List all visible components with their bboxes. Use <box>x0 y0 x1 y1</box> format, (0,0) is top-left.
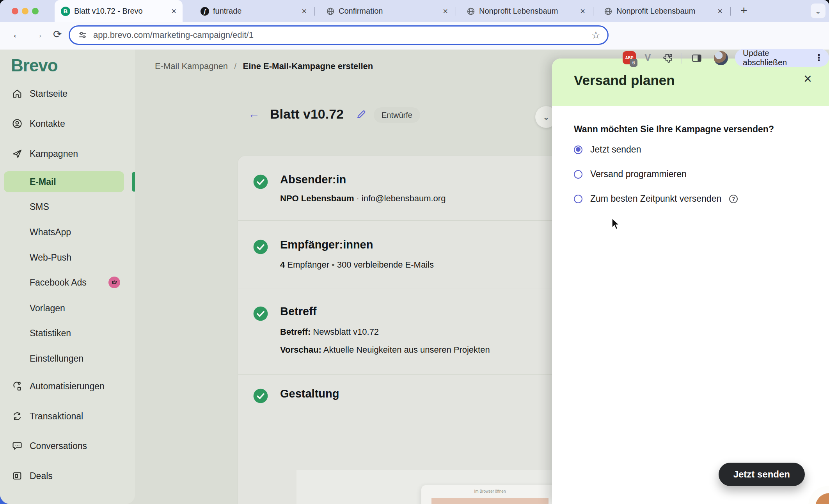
url-text[interactable]: app.brevo.com/marketing-campaign/edit/1 <box>93 30 254 40</box>
extensions-puzzle-icon[interactable] <box>662 53 673 64</box>
sidebar-item-kampagnen[interactable]: Kampagnen <box>0 145 135 163</box>
sidebar-item-transaktional[interactable]: Transaktional <box>0 407 135 425</box>
sidebar-item-label: Startseite <box>30 89 67 99</box>
forward-icon[interactable]: → <box>33 29 43 40</box>
bookmark-star-icon[interactable]: ☆ <box>591 29 600 41</box>
tab-close-icon[interactable]: × <box>443 7 448 16</box>
radio-icon[interactable] <box>574 195 582 203</box>
contacts-icon <box>12 118 23 129</box>
sidebar-item-statistiken[interactable]: Statistiken <box>0 324 135 342</box>
step-title-absender: Absender:in <box>280 173 346 186</box>
crown-icon <box>111 279 117 286</box>
sidebar-item-vorlagen[interactable]: Vorlagen <box>0 299 135 317</box>
new-tab-button[interactable]: + <box>740 5 747 16</box>
active-item-accent-bar <box>132 172 135 192</box>
sidebar-item-label: Kampagnen <box>30 149 78 159</box>
tab-close-icon[interactable]: × <box>717 7 722 16</box>
sidebar-item-automatisierungen[interactable]: Automatisierungen <box>0 377 135 395</box>
sidebar-item-label: Facebook Ads <box>30 277 87 288</box>
campaigns-send-icon <box>12 148 23 159</box>
option-label: Jetzt senden <box>590 144 641 155</box>
window-zoom-button[interactable] <box>32 8 39 14</box>
breadcrumb-parent[interactable]: E-Mail Kampagnen <box>155 61 228 71</box>
tab-funtrade[interactable]: ʄ funtrade × <box>195 0 312 22</box>
tab-separator <box>456 7 456 16</box>
v-extension-icon[interactable]: V <box>644 52 651 63</box>
globe-icon <box>604 7 612 16</box>
tab-title: Blatt v10.72 - Brevo <box>74 7 167 16</box>
sidebar-item-label: Statistiken <box>30 328 71 339</box>
browser-menu-icon[interactable]: ⋮ <box>814 52 824 63</box>
sidebar-item-label: Conversations <box>30 441 87 451</box>
automation-icon <box>12 381 23 392</box>
edit-title-pencil-icon[interactable] <box>356 109 367 120</box>
back-to-campaigns-icon[interactable]: ← <box>248 108 260 120</box>
send-now-button[interactable]: Jetzt senden <box>719 463 805 486</box>
breadcrumb-current: Eine E-Mail-Kampagne erstellen <box>243 61 373 71</box>
step-complete-check-icon <box>253 306 268 321</box>
sidebar-item-deals[interactable]: Deals <box>0 467 135 485</box>
option-schedule[interactable]: Versand programmieren <box>574 169 687 179</box>
drawer-title: Versand planen <box>574 73 675 88</box>
status-badge: Entwürfe <box>374 107 420 123</box>
transactional-loop-icon <box>12 411 23 422</box>
window-minimize-button[interactable] <box>22 8 28 14</box>
update-button-label: Update abschließen <box>743 48 809 67</box>
sidebar-item-einstellungen[interactable]: Einstellungen <box>0 350 135 367</box>
sidebar-item-label: Vorlagen <box>30 303 65 314</box>
sidebar-item-email[interactable]: E-Mail <box>4 171 124 192</box>
sidebar-item-kontakte[interactable]: Kontakte <box>0 115 135 133</box>
dot-separator: · <box>354 193 361 203</box>
update-browser-button[interactable]: Update abschließen ⋮ <box>735 49 829 67</box>
mouse-cursor <box>611 218 621 230</box>
sidebar-item-facebook-ads[interactable]: Facebook Ads <box>0 273 135 291</box>
tab-title: Nonprofit Lebensbaum <box>616 7 714 16</box>
subject-line: Betreff: Newsblatt v10.72 <box>280 327 379 337</box>
option-label: Versand programmieren <box>590 169 687 179</box>
adblock-counter-badge: 6 <box>630 59 637 67</box>
home-icon <box>12 88 23 99</box>
tab-brevo[interactable]: B Blatt v10.72 - Brevo × <box>55 0 183 22</box>
option-best-time[interactable]: Zum besten Zeitpunkt versenden ? <box>574 193 738 204</box>
window-close-button[interactable] <box>12 8 18 14</box>
step-complete-check-icon <box>253 174 268 190</box>
reload-icon[interactable]: ⟳ <box>53 29 62 40</box>
step-title-betreff: Betreff <box>280 305 316 318</box>
sidebar-item-whatsapp[interactable]: WhatsApp <box>0 223 135 241</box>
tab-close-icon[interactable]: × <box>302 7 307 16</box>
url-bar[interactable]: app.brevo.com/marketing-campaign/edit/1 … <box>69 25 609 45</box>
back-icon[interactable]: ← <box>12 29 22 40</box>
newsletter-header-block: Newsblatt v10.72 Neuigkeiten | Projekte <box>431 498 549 504</box>
sidebar-item-label: WhatsApp <box>30 227 71 238</box>
profile-avatar[interactable] <box>714 51 728 65</box>
subject-value: Newsblatt v10.72 <box>311 327 379 337</box>
sidebar-item-sms[interactable]: SMS <box>0 198 135 216</box>
sidebar: Brevo Startseite Kontakte Kampagnen E-Ma… <box>0 50 135 504</box>
tab-nonprofit-1[interactable]: Nonprofit Lebensbaum × <box>461 0 591 22</box>
tab-title: funtrade <box>213 7 298 16</box>
help-icon[interactable]: ? <box>729 195 738 203</box>
schedule-drawer: Versand planen × Wann möchten Sie Ihre K… <box>552 59 829 504</box>
radio-selected-icon[interactable] <box>574 146 582 154</box>
sidebar-item-label: Transaktional <box>30 411 83 422</box>
recipient-count-label: Empfänger <box>285 260 329 270</box>
option-send-now[interactable]: Jetzt senden <box>574 144 641 155</box>
tab-confirmation[interactable]: Confirmation × <box>321 0 453 22</box>
tab-search-chevron-icon[interactable]: ⌄ <box>811 4 825 18</box>
drawer-close-icon[interactable]: × <box>804 72 812 86</box>
site-info-icon[interactable] <box>78 30 88 40</box>
tab-close-icon[interactable]: × <box>580 7 585 16</box>
tab-close-icon[interactable]: × <box>171 7 176 16</box>
sidebar-item-label: Kontakte <box>30 119 65 129</box>
email-preview-thumbnail[interactable]: Im Browser öffnen Newsblatt v10.72 Neuig… <box>421 485 559 504</box>
step-empfaenger-detail: 4 Empfänger•300 verbleibende E-Mails <box>280 260 434 270</box>
step-title-gestaltung: Gestaltung <box>280 387 339 400</box>
sidebar-item-webpush[interactable]: Web-Push <box>0 248 135 266</box>
side-panel-icon[interactable] <box>691 53 702 64</box>
tab-title: Nonprofit Lebensbaum <box>479 7 576 16</box>
sidebar-item-startseite[interactable]: Startseite <box>0 85 135 103</box>
brevo-logo[interactable]: Brevo <box>11 56 58 75</box>
radio-icon[interactable] <box>574 170 582 179</box>
tab-nonprofit-2[interactable]: Nonprofit Lebensbaum × <box>598 0 728 22</box>
sidebar-item-conversations[interactable]: Conversations <box>0 437 135 455</box>
